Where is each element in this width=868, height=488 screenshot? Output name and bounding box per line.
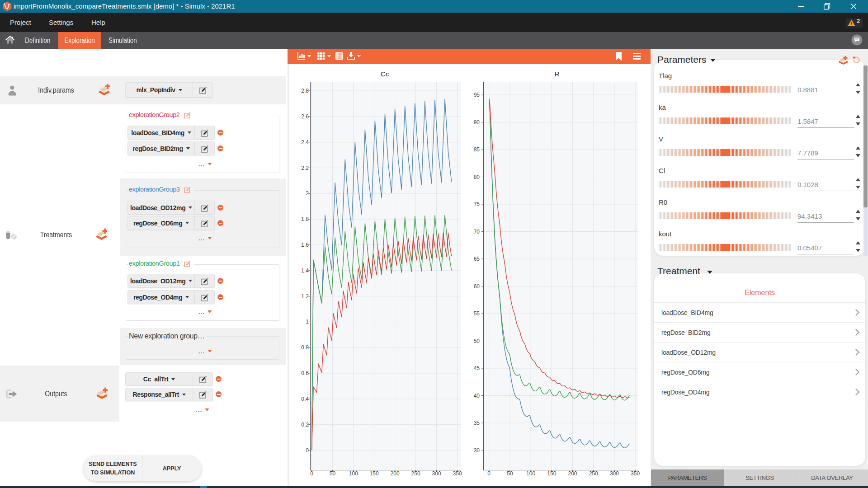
svg-text:1.2: 1.2 bbox=[301, 293, 309, 300]
svg-text:1: 1 bbox=[306, 319, 309, 325]
svg-text:300: 300 bbox=[432, 470, 441, 477]
svg-text:350: 350 bbox=[453, 470, 462, 477]
svg-text:30: 30 bbox=[474, 447, 480, 454]
svg-text:95: 95 bbox=[474, 92, 480, 98]
svg-text:2.4: 2.4 bbox=[301, 139, 309, 145]
svg-text:0.4: 0.4 bbox=[301, 396, 309, 402]
svg-text:50: 50 bbox=[330, 470, 336, 477]
svg-text:R: R bbox=[555, 70, 560, 78]
svg-text:40: 40 bbox=[474, 393, 480, 399]
svg-text:2: 2 bbox=[306, 190, 309, 197]
svg-text:50: 50 bbox=[474, 338, 480, 344]
svg-text:55: 55 bbox=[474, 310, 480, 317]
svg-text:35: 35 bbox=[474, 420, 480, 426]
svg-text:2.2: 2.2 bbox=[301, 165, 309, 171]
svg-text:Cc: Cc bbox=[381, 70, 389, 78]
svg-text:200: 200 bbox=[568, 470, 577, 477]
svg-text:250: 250 bbox=[589, 470, 598, 477]
svg-text:85: 85 bbox=[474, 146, 480, 153]
svg-text:45: 45 bbox=[474, 365, 480, 371]
svg-text:60: 60 bbox=[474, 283, 480, 290]
svg-text:50: 50 bbox=[507, 470, 513, 477]
svg-text:0: 0 bbox=[310, 470, 313, 477]
svg-text:100: 100 bbox=[349, 470, 358, 477]
svg-text:70: 70 bbox=[474, 229, 480, 235]
svg-text:350: 350 bbox=[631, 470, 640, 477]
svg-text:0.6: 0.6 bbox=[301, 370, 309, 376]
svg-text:0.2: 0.2 bbox=[301, 422, 309, 428]
svg-text:75: 75 bbox=[474, 201, 480, 207]
svg-text:90: 90 bbox=[474, 119, 480, 126]
svg-text:150: 150 bbox=[370, 470, 379, 477]
svg-text:2.8: 2.8 bbox=[301, 88, 309, 94]
svg-text:0.8: 0.8 bbox=[301, 344, 309, 351]
svg-text:1.8: 1.8 bbox=[301, 216, 309, 222]
svg-text:1.4: 1.4 bbox=[301, 267, 309, 274]
svg-text:2.6: 2.6 bbox=[301, 113, 309, 120]
svg-text:1.6: 1.6 bbox=[301, 242, 309, 248]
svg-text:250: 250 bbox=[411, 470, 420, 477]
svg-text:0: 0 bbox=[306, 447, 309, 454]
svg-text:0: 0 bbox=[487, 470, 491, 477]
svg-text:100: 100 bbox=[526, 470, 535, 477]
svg-text:300: 300 bbox=[610, 470, 619, 477]
svg-text:65: 65 bbox=[474, 256, 480, 262]
svg-text:200: 200 bbox=[391, 470, 400, 477]
svg-text:80: 80 bbox=[474, 174, 480, 180]
svg-text:150: 150 bbox=[547, 470, 556, 477]
